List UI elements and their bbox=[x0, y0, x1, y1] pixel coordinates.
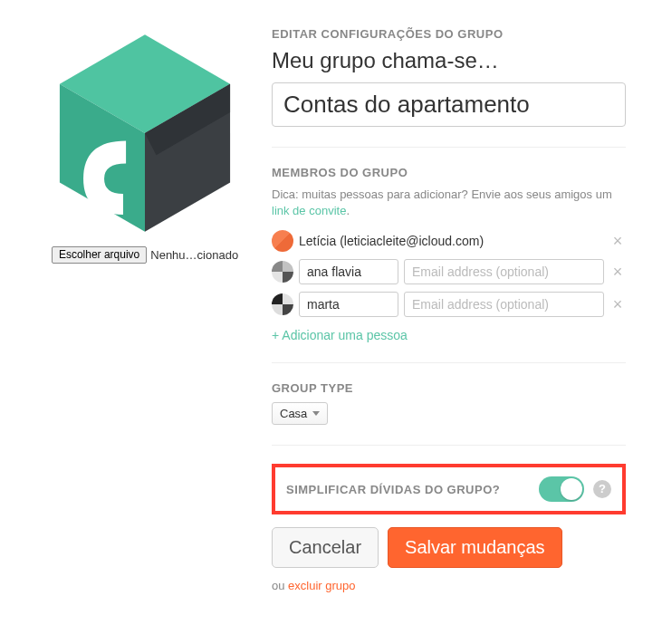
member-name-input[interactable] bbox=[299, 292, 398, 317]
member-name-input[interactable] bbox=[299, 259, 398, 284]
remove-member-icon[interactable]: × bbox=[609, 296, 626, 312]
member-email-input[interactable] bbox=[404, 259, 604, 284]
help-icon[interactable]: ? bbox=[593, 480, 611, 498]
cancel-button[interactable]: Cancelar bbox=[272, 527, 379, 568]
group-type-value: Casa bbox=[280, 407, 307, 420]
remove-member-icon[interactable]: × bbox=[609, 264, 626, 280]
delete-group-link[interactable]: excluir grupo bbox=[288, 579, 355, 592]
file-status: Nenhu…cionado bbox=[150, 248, 238, 262]
add-person-link[interactable]: + Adicionar uma pessoa bbox=[272, 328, 408, 342]
avatar bbox=[272, 293, 293, 315]
simplify-toggle[interactable] bbox=[539, 476, 584, 502]
member-row: × bbox=[272, 292, 626, 317]
section-heading-edit: EDITAR CONFIGURAÇÕES DO GRUPO bbox=[272, 27, 626, 41]
member-email-input[interactable] bbox=[404, 292, 604, 317]
member-row: × bbox=[272, 259, 626, 284]
group-name-label: Meu grupo chama-se… bbox=[272, 48, 626, 73]
group-avatar bbox=[50, 27, 240, 235]
members-hint: Dica: muitas pessoas para adicionar? Env… bbox=[272, 187, 626, 219]
save-button[interactable]: Salvar mudanças bbox=[388, 527, 562, 568]
hint-text: Dica: muitas pessoas para adicionar? Env… bbox=[272, 187, 612, 201]
choose-file-button[interactable]: Escolher arquivo bbox=[52, 246, 147, 264]
chevron-down-icon bbox=[312, 411, 320, 416]
remove-member-icon[interactable]: × bbox=[609, 233, 626, 249]
simplify-debts-row: SIMPLIFICAR DÍVIDAS DO GRUPO? ? bbox=[272, 464, 626, 514]
invite-link[interactable]: link de convite bbox=[272, 204, 346, 217]
member-display: Letícia (leticiacleite@icloud.com) bbox=[299, 234, 604, 248]
section-heading-simplify: SIMPLIFICAR DÍVIDAS DO GRUPO? bbox=[286, 483, 530, 496]
avatar bbox=[272, 261, 293, 283]
or-text: ou bbox=[272, 579, 288, 592]
section-heading-members: MEMBROS DO GRUPO bbox=[272, 166, 626, 179]
member-row: Letícia (leticiacleite@icloud.com) × bbox=[272, 230, 626, 252]
section-heading-grouptype: GROUP TYPE bbox=[272, 381, 626, 395]
group-type-select[interactable]: Casa bbox=[272, 402, 328, 425]
group-name-input[interactable] bbox=[272, 82, 626, 127]
avatar bbox=[272, 230, 293, 252]
hint-suffix: . bbox=[346, 204, 350, 217]
